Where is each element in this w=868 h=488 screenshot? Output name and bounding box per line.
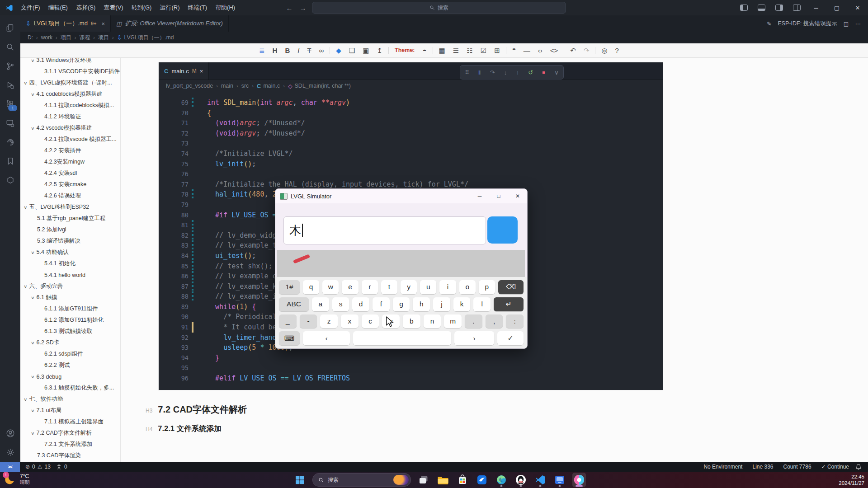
outline-item[interactable]: 4.1.2 环境验证 — [20, 111, 120, 122]
menu-item[interactable]: 查看(V) — [99, 4, 127, 12]
outline-align-icon[interactable]: ≣ — [259, 47, 265, 54]
menu-item[interactable]: 转到(G) — [127, 4, 156, 12]
search-icon[interactable] — [0, 38, 20, 57]
key-,[interactable]: , — [486, 314, 503, 328]
outline-item[interactable]: 5.3 编译错误解决 — [20, 235, 120, 247]
key-z[interactable]: z — [320, 314, 338, 328]
outline-item[interactable]: ∨七、软件功能 — [20, 394, 120, 405]
key--[interactable]: - — [300, 314, 317, 328]
code-block-icon[interactable]: <> — [550, 47, 558, 54]
simulator-close-button[interactable]: ✕ — [508, 189, 527, 203]
outline-item[interactable]: 5.1 基于rgb_panel建立工程 — [20, 213, 120, 224]
inline-code-icon[interactable]: ‹› — [538, 47, 542, 54]
debug-dropdown-icon[interactable]: ∨ — [554, 69, 559, 76]
preview-eye-icon[interactable]: ◎ — [601, 47, 607, 54]
horizontal-rule-icon[interactable]: — — [524, 47, 530, 54]
lvgl-simulator-window[interactable]: LVGL Simulator ─ □ ✕ 木 1#qwertyuiop⌫ABCa… — [275, 188, 528, 349]
key-o[interactable]: o — [459, 280, 476, 294]
env-indicator[interactable]: No Environment — [703, 464, 742, 470]
key-.[interactable]: . — [465, 314, 482, 328]
split-editor-icon[interactable]: ◫ — [844, 20, 849, 27]
explorer-files-icon[interactable] — [0, 19, 20, 38]
espidf-search-error-button[interactable]: ESP-IDF: 搜索错误提示 — [778, 20, 837, 28]
task-list-icon[interactable]: ☑ — [481, 47, 486, 54]
minimize-button[interactable]: ─ — [806, 0, 826, 15]
breadcrumb-item[interactable]: main — [221, 83, 233, 89]
outline-item[interactable]: 6.1.2 添加GT911初始化 — [20, 314, 120, 326]
taskbar-search[interactable]: 搜索 — [312, 473, 411, 487]
breadcrumb-item[interactable]: 课程 — [79, 34, 90, 42]
problems-indicator[interactable]: ⊘ 0 ⚠ 13 — [25, 464, 51, 470]
key-s[interactable]: s — [332, 297, 349, 311]
step-over-button-icon[interactable]: ↷ — [490, 69, 495, 76]
customize-layout-icon[interactable] — [793, 5, 801, 11]
outline-item[interactable]: 6.1.1 添加GT911组件 — [20, 303, 120, 314]
nav-forward-icon[interactable]: → — [298, 4, 307, 12]
insert-image-icon[interactable]: ▦ — [439, 47, 445, 54]
taskbar-app-vscode[interactable] — [533, 473, 547, 487]
outline-item[interactable]: ∨6.2 SD卡 — [20, 337, 120, 348]
key-›[interactable]: › — [454, 331, 494, 345]
taskbar-clock[interactable]: 22:45 2024/11/27 — [839, 474, 864, 486]
close-button[interactable]: ✕ — [847, 0, 868, 15]
outline-item[interactable]: 4.1.1 拉取codeblocks模拟... — [20, 100, 120, 111]
outline-item[interactable]: ∨7.1 ui布局 — [20, 405, 120, 416]
taskbar-app-devtool[interactable] — [553, 473, 566, 487]
outline-item[interactable]: 4.2.6 错误处理 — [20, 190, 120, 202]
key-1#[interactable]: 1# — [279, 280, 300, 294]
simulator-title-bar[interactable]: LVGL Simulator ─ □ ✕ — [275, 189, 527, 203]
outline-item[interactable]: ∨四、LVGL虚拟环境搭建（-课时... — [20, 77, 120, 89]
notifications-bell-icon[interactable] — [855, 464, 862, 470]
key-n[interactable]: n — [424, 314, 441, 328]
key-t[interactable]: t — [381, 280, 397, 294]
taskbar-app-qq[interactable] — [514, 473, 528, 487]
copy-icon[interactable]: ❏ — [349, 47, 355, 54]
key-f[interactable]: f — [373, 297, 390, 311]
breadcrumb-item[interactable]: main.c — [263, 83, 280, 89]
key-r[interactable]: r — [362, 280, 378, 294]
key-x[interactable]: x — [341, 314, 359, 328]
key-u[interactable]: u — [420, 280, 436, 294]
outline-item[interactable]: 4.2.3安装mingw — [20, 156, 120, 168]
editor-tab[interactable]: ⇩LVGL项目（一）.md9+× — [20, 15, 111, 32]
outline-item[interactable]: 4.2.5 安装cmake — [20, 179, 120, 190]
weather-widget[interactable]: 1 7°C 晴朗 — [5, 473, 30, 485]
stop-button-icon[interactable]: ■ — [542, 70, 545, 75]
line-indicator[interactable]: Line 336 — [752, 464, 773, 470]
outline-item[interactable]: 3.1.1 VSCODE中安装IDF插件 — [20, 66, 120, 77]
bold-icon[interactable]: B — [285, 47, 290, 54]
blockquote-icon[interactable]: ❝ — [512, 47, 516, 54]
link-icon[interactable]: ∞ — [319, 47, 324, 54]
key-b[interactable]: b — [403, 314, 420, 328]
shot-tab-close-icon[interactable]: × — [200, 68, 203, 75]
key-w[interactable]: w — [322, 280, 339, 294]
step-out-button-icon[interactable]: ↑ — [516, 69, 519, 76]
breadcrumb-item[interactable]: D: — [28, 34, 33, 41]
breadcrumb-item[interactable]: src — [241, 83, 249, 89]
bookmarks-icon[interactable] — [0, 152, 20, 171]
menu-item[interactable]: 文件(F) — [17, 4, 44, 12]
table-icon[interactable]: ⊞ — [494, 47, 500, 54]
key-ABC[interactable]: ABC — [279, 297, 309, 311]
outline-item[interactable]: 4.2.4 安装sdl — [20, 168, 120, 179]
theme-icon[interactable]: ◓ — [423, 47, 427, 54]
key-p[interactable]: p — [479, 280, 495, 294]
strikethrough-icon[interactable]: T — [307, 47, 311, 54]
handwriting-panel[interactable] — [277, 250, 525, 277]
taskbar-app-taskview[interactable] — [417, 473, 430, 487]
menu-item[interactable]: 编辑(E) — [44, 4, 72, 12]
breadcrumb-item[interactable]: lv_port_pc_vscode — [166, 83, 213, 89]
maximize-button[interactable]: ▢ — [826, 0, 847, 15]
outline-item[interactable]: ∨4.2 vscode模拟器搭建 — [20, 122, 120, 134]
count-indicator[interactable]: Count 7786 — [783, 464, 811, 470]
key-m[interactable]: m — [444, 314, 462, 328]
breadcrumb-item[interactable]: 项目 — [61, 34, 71, 42]
outline-item[interactable]: ∨6.3 debug — [20, 371, 120, 382]
more-actions-icon[interactable]: ⋯ — [855, 20, 861, 27]
toggle-secondary-sidebar-icon[interactable] — [775, 5, 783, 11]
simulator-maximize-button[interactable]: □ — [489, 189, 508, 203]
key-y[interactable]: y — [401, 280, 417, 294]
key-j[interactable]: j — [433, 297, 450, 311]
simulator-minimize-button[interactable]: ─ — [470, 189, 489, 203]
paste-icon[interactable]: ▣ — [363, 47, 369, 54]
